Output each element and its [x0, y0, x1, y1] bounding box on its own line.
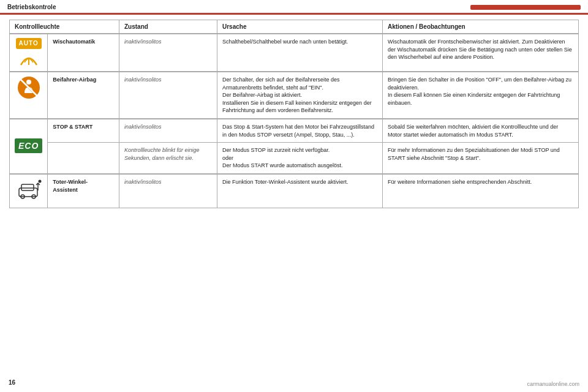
table-row: Beifahrer-Airbag inaktiv/insolitos Der S…	[10, 72, 579, 119]
icon-cell-airbag	[10, 72, 48, 119]
row-name-eco: STOP & START	[53, 124, 92, 130]
action-cell-toter: Für weitere Informationen siehe entsprec…	[383, 174, 579, 208]
table-row: Kontrollleuchte blinkt für einige Sekund…	[10, 143, 579, 174]
cause-cell-eco2: Der Modus STOP ist zurzeit nicht verfügb…	[217, 143, 383, 174]
action-cell-eco2: Für mehr Informationen zu den Spezialsit…	[383, 143, 579, 174]
name-cell-eco2	[48, 143, 119, 174]
row-state-eco1: inaktiv/insolitos	[124, 124, 162, 130]
airbag-icon	[17, 76, 40, 99]
row-cause-wisch: Schalthebel/Schalthebel wurde nach unten…	[222, 39, 348, 45]
page-header: Betriebskontrole	[0, 0, 588, 15]
icon-cell-eco: ECO	[10, 119, 48, 174]
row-action-airbag: Bringen Sie den Schalter in die Position…	[388, 77, 571, 106]
action-cell-eco1: Sobald Sie weiterfahren möchten, aktivie…	[383, 119, 579, 143]
row-cause-eco1: Das Stop & Start-System hat den Motor be…	[222, 124, 374, 138]
eco-icon-label: ECO	[15, 138, 42, 153]
row-state-toter: inaktiv/insolitos	[124, 179, 162, 185]
row-state-wisch: inaktiv/insolitos	[124, 39, 162, 45]
cause-cell-wisch: Schalthebel/Schalthebel wurde nach unten…	[217, 34, 383, 72]
col-header-aktionen: Aktionen / Beobachtungen	[383, 20, 579, 34]
row-state-eco2: Kontrollleuchte blinkt für einige Sekund…	[124, 147, 200, 161]
name-cell-eco: STOP & START	[48, 119, 119, 143]
row-cause-eco2: Der Modus STOP ist zurzeit nicht verfügb…	[222, 147, 343, 168]
state-cell-eco1: inaktiv/insolitos	[119, 119, 217, 143]
row-action-eco2: Für mehr Informationen zu den Spezialsit…	[388, 147, 560, 161]
row-name-wisch: Wischautomatik	[53, 39, 95, 45]
icon-cell-wisch: AUTO	[10, 34, 48, 72]
icon-cell-toter	[10, 174, 48, 208]
page-number: 16	[9, 379, 15, 386]
table-row: AUTO Wischautomatik inaktiv/insolitos Sc…	[10, 34, 579, 72]
svg-rect-6	[21, 184, 34, 190]
state-cell-airbag: inaktiv/insolitos	[119, 72, 217, 119]
row-action-toter: Für weitere Informationen siehe entsprec…	[388, 179, 532, 185]
watermark-text: carmanualonline.com	[527, 381, 579, 387]
main-table: Kontrollleuchte Zustand Ursache Aktionen…	[9, 20, 579, 208]
action-cell-wisch: Wischautomatik der Frontscheibenwischer …	[383, 34, 579, 72]
page-title: Betriebskontrole	[7, 4, 470, 10]
row-cause-airbag: Der Schalter, der sich auf der Beifahrer…	[222, 77, 372, 113]
row-action-eco1: Sobald Sie weiterfahren möchten, aktivie…	[388, 124, 558, 138]
name-cell-wisch: Wischautomatik	[48, 34, 119, 72]
row-action-wisch: Wischautomatik der Frontscheibenwischer …	[388, 39, 572, 60]
table-row: Toter-Winkel-Assistent inaktiv/insolitos…	[10, 174, 579, 208]
row-cause-toter: Die Funktion Toter-Winkel-Assistent wurd…	[222, 179, 348, 185]
wisch-icon-label: AUTO	[16, 38, 42, 49]
name-cell-airbag: Beifahrer-Airbag	[48, 72, 119, 119]
cause-cell-eco1: Das Stop & Start-System hat den Motor be…	[217, 119, 383, 143]
cause-cell-toter: Die Funktion Toter-Winkel-Assistent wurd…	[217, 174, 383, 208]
state-cell-eco2: Kontrollleuchte blinkt für einige Sekund…	[119, 143, 217, 174]
state-cell-toter: inaktiv/insolitos	[119, 174, 217, 208]
row-state-airbag: inaktiv/insolitos	[124, 77, 162, 83]
name-cell-toter: Toter-Winkel-Assistent	[48, 174, 119, 208]
cause-cell-airbag: Der Schalter, der sich auf der Beifahrer…	[217, 72, 383, 119]
toter-winkel-icon	[15, 178, 42, 202]
action-cell-airbag: Bringen Sie den Schalter in die Position…	[383, 72, 579, 119]
svg-point-2	[26, 80, 31, 85]
wischautomatik-icon	[18, 49, 39, 67]
col-header-zustand: Zustand	[119, 20, 217, 34]
row-name-airbag: Beifahrer-Airbag	[53, 77, 96, 83]
svg-point-9	[38, 179, 41, 183]
header-accent-bar	[470, 5, 581, 10]
state-cell-wisch: inaktiv/insolitos	[119, 34, 217, 72]
col-header-kontrollleuchte: Kontrollleuchte	[10, 20, 119, 34]
row-name-toter: Toter-Winkel-Assistent	[53, 179, 88, 193]
col-header-ursache: Ursache	[217, 20, 383, 34]
table-row: ECO STOP & START inaktiv/insolitos Das S…	[10, 119, 579, 143]
table-header-row: Kontrollleuchte Zustand Ursache Aktionen…	[10, 20, 579, 34]
